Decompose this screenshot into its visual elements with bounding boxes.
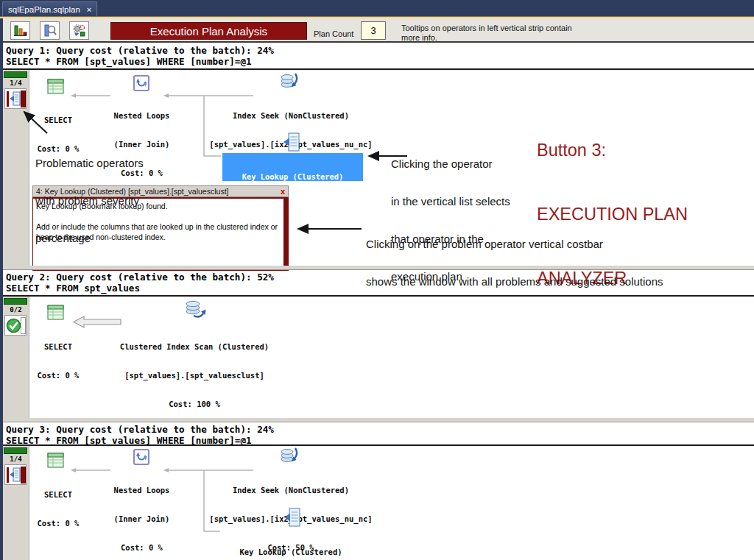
close-popup-icon[interactable]: x bbox=[281, 187, 285, 196]
close-tab-icon[interactable]: × bbox=[87, 5, 91, 14]
tab-strip: sqlEpaPlan.sqlplan × bbox=[0, 0, 754, 16]
key-lookup-mini-icon bbox=[10, 467, 21, 483]
key-lookup-icon[interactable] bbox=[283, 508, 301, 528]
clustered-index-scan-icon[interactable] bbox=[185, 299, 206, 319]
query3-problem-ratio: 1/4 bbox=[3, 456, 29, 463]
op-select[interactable]: SELECT Cost: 0 % bbox=[29, 471, 88, 538]
op-key-lookup-selected[interactable]: Key Lookup (Clustered) [spt_values].[spt… bbox=[222, 153, 363, 181]
annotation-costbar: Clicking on the problem operator vertica… bbox=[366, 213, 663, 300]
key-lookup-mini-icon bbox=[10, 91, 21, 107]
select-icon[interactable] bbox=[47, 450, 65, 470]
severity-tick bbox=[7, 467, 9, 483]
query3-strip-progressbar bbox=[4, 447, 27, 454]
query3-header: Query 3: Query cost (relative to the bat… bbox=[6, 424, 274, 435]
toolbar-hint-line1: Tooltips on operators in left vertical s… bbox=[401, 24, 572, 32]
query3-problem-operator-item[interactable] bbox=[4, 464, 27, 485]
bar-chart-button[interactable] bbox=[10, 21, 30, 40]
divider bbox=[3, 68, 754, 70]
query3-problem-strip: 1/4 bbox=[3, 446, 29, 560]
nested-loops-icon[interactable] bbox=[133, 447, 150, 467]
op-select[interactable]: SELECT Cost: 0 % bbox=[29, 323, 88, 390]
query2-header: Query 2: Query cost (relative to the bat… bbox=[6, 272, 274, 283]
query1-problem-ratio: 1/4 bbox=[3, 79, 29, 87]
document-tab-label: sqlEpaPlan.sqlplan bbox=[8, 5, 80, 14]
severity-tick bbox=[7, 91, 9, 107]
op-key-lookup[interactable]: Key Lookup (Clustered) [spt_values].[spt… bbox=[202, 528, 379, 560]
check-circle-icon bbox=[6, 318, 21, 333]
query2-problem-ratio: 0/2 bbox=[3, 306, 29, 313]
index-seek-icon[interactable] bbox=[280, 446, 300, 466]
query2-problem-strip: 0/2 bbox=[3, 297, 29, 418]
query1-problem-operator-item[interactable] bbox=[4, 88, 27, 109]
query2-strip-progressbar bbox=[4, 298, 27, 305]
op-clustered-index-scan[interactable]: Clustered Index Scan (Clustered) [spt_va… bbox=[113, 323, 275, 419]
bar-chart-icon bbox=[13, 24, 27, 38]
query1-strip-progressbar bbox=[4, 71, 27, 78]
select-icon[interactable] bbox=[47, 77, 65, 96]
key-lookup-icon[interactable] bbox=[283, 132, 300, 152]
plan-count-label: Plan Count bbox=[314, 29, 353, 38]
gears-icon bbox=[72, 24, 86, 38]
op-nested-loops[interactable]: Nested Loops (Inner Join) Cost: 0 % bbox=[96, 467, 188, 560]
plan-count-box[interactable]: 3 bbox=[361, 21, 386, 40]
document-tab[interactable]: sqlEpaPlan.sqlplan × bbox=[2, 1, 97, 16]
index-seek-icon[interactable] bbox=[280, 71, 300, 91]
settings-button[interactable] bbox=[69, 21, 89, 40]
analyze-plan-button[interactable] bbox=[40, 21, 60, 40]
toolbar-hint-line2: more info. bbox=[401, 33, 437, 42]
empty-costbar bbox=[21, 317, 26, 334]
query1-sql: SELECT * FROM [spt_values] WHERE [number… bbox=[6, 56, 252, 67]
nested-loops-icon[interactable] bbox=[133, 74, 150, 93]
problem-costbar[interactable] bbox=[21, 467, 26, 483]
problem-costbar[interactable] bbox=[21, 91, 26, 107]
query1-header: Query 1: Query cost (relative to the bat… bbox=[6, 45, 274, 56]
divider bbox=[3, 444, 754, 446]
toolbar: Execution Plan Analysis Plan Count 3 Too… bbox=[0, 18, 754, 43]
magnifier-icon bbox=[43, 24, 57, 38]
query1-problem-strip: 1/4 bbox=[3, 70, 29, 266]
section-separator bbox=[3, 418, 754, 422]
select-icon[interactable] bbox=[47, 302, 65, 322]
query2-sql: SELECT * FROM spt_values bbox=[6, 283, 140, 294]
banner-title: Execution Plan Analysis bbox=[110, 22, 307, 40]
query2-status-item[interactable] bbox=[4, 315, 27, 336]
annotation-problematic-operators: Problematic operators with problem sever… bbox=[35, 132, 144, 257]
